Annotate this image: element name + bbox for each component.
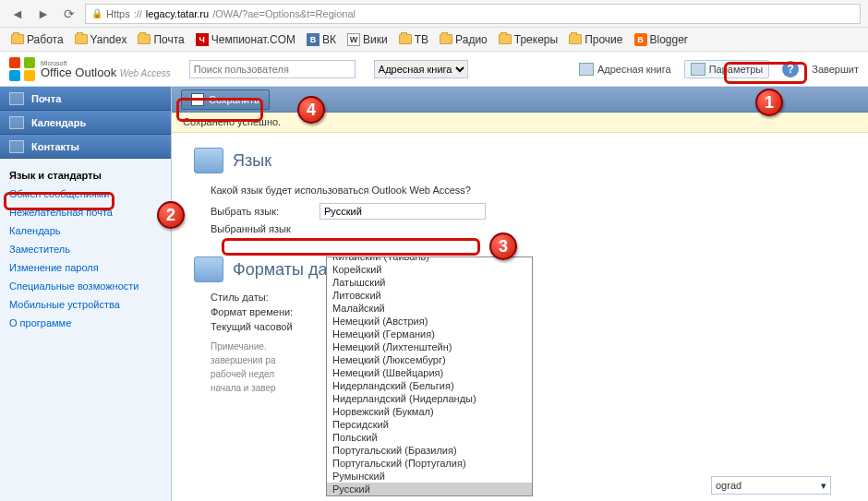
- bookmarks-bar: РаботаYandexПочтаЧЧемпионат.COMBВКWВикиТ…: [0, 28, 868, 52]
- sidebar-nav-label: Календарь: [31, 117, 86, 128]
- dropdown-item[interactable]: Персидский: [327, 418, 532, 431]
- chosen-language-row: Выбранный язык: [211, 223, 846, 234]
- dropdown-item[interactable]: Нидерландский (Нидерланды): [327, 392, 532, 405]
- status-message: Сохранено успешно.: [172, 113, 868, 133]
- logo-outlook: Office Outlook Web Access: [41, 66, 171, 78]
- sidebar-nav-label: Контакты: [31, 141, 79, 152]
- bookmark-item[interactable]: Трекеры: [495, 31, 561, 48]
- url-scheme: Https: [106, 8, 130, 19]
- select-language-row: Выбрать язык:: [211, 203, 846, 220]
- bookmark-item[interactable]: BВК: [303, 31, 340, 48]
- sidebar-link[interactable]: Заместитель: [0, 240, 171, 258]
- dropdown-item[interactable]: Немецкий (Швейцария): [327, 366, 532, 379]
- forward-button[interactable]: ►: [33, 4, 54, 24]
- chosen-language-label: Выбранный язык: [211, 223, 312, 234]
- bookmark-item[interactable]: Yandex: [71, 31, 131, 48]
- bookmark-item[interactable]: ЧЧемпионат.COM: [192, 31, 299, 48]
- sidebar-link[interactable]: Обмен сообщениями: [0, 185, 171, 203]
- reload-button[interactable]: ⟳: [59, 4, 79, 24]
- callout-4: 4: [297, 96, 325, 124]
- sidebar-link[interactable]: Мобильные устройства: [0, 295, 171, 314]
- language-select[interactable]: [319, 203, 486, 220]
- callout-3: 3: [489, 233, 517, 260]
- office-icon: [9, 57, 35, 81]
- timezone-label: Текущий часовой: [211, 321, 312, 332]
- bookmark-label: Вики: [363, 33, 388, 46]
- language-dropdown[interactable]: Китайский (Сингапур)Китайский (Тайвань)К…: [326, 256, 533, 496]
- dropdown-item[interactable]: Немецкий (Люксембург): [327, 353, 532, 366]
- champ-icon: Ч: [196, 33, 209, 46]
- sidebar-link[interactable]: Язык и стандарты: [0, 166, 171, 185]
- callout-2: 2: [157, 201, 185, 229]
- folder-icon: [11, 34, 24, 44]
- folder-icon: [138, 34, 151, 44]
- url-path: /OWA/?ae=Options&t=Regional: [212, 8, 356, 19]
- dropdown-item[interactable]: Польский: [327, 431, 532, 444]
- dropdown-item[interactable]: Португальский (Португалия): [327, 457, 532, 470]
- dropdown-item[interactable]: Нидерландский (Бельгия): [327, 379, 532, 392]
- bookmark-item[interactable]: Почта: [134, 31, 187, 48]
- bookmark-item[interactable]: ТВ: [395, 31, 432, 48]
- address-book-select[interactable]: Адресная книга: [374, 60, 468, 78]
- sidebar-link[interactable]: Специальные возможности: [0, 277, 171, 295]
- chevron-down-icon: ▾: [821, 480, 826, 492]
- bookmark-item[interactable]: Работа: [7, 31, 67, 48]
- sidebar-nav-calendar[interactable]: Календарь: [0, 111, 171, 135]
- logout-link[interactable]: Завершит: [812, 64, 859, 75]
- search-user-input[interactable]: [189, 60, 356, 78]
- folder-icon: [569, 34, 582, 44]
- select-language-label: Выбрать язык:: [211, 206, 312, 217]
- sidebar-nav-label: Почта: [31, 93, 61, 104]
- dropdown-item[interactable]: Латышский: [327, 276, 532, 289]
- owa-header-links: Адресная книга Параметры ? Завершит: [579, 60, 859, 78]
- dropdown-item[interactable]: Немецкий (Германия): [327, 328, 532, 340]
- folder-icon: [440, 34, 452, 44]
- dropdown-item[interactable]: Корейский: [327, 263, 532, 276]
- dropdown-item[interactable]: Русский: [327, 483, 532, 495]
- help-icon[interactable]: ?: [782, 61, 799, 78]
- bookmark-label: Blogger: [650, 33, 688, 46]
- dropdown-item[interactable]: Португальский (Бразилия): [327, 444, 532, 457]
- sidebar-link[interactable]: Календарь: [0, 221, 171, 240]
- sidebar-nav-mail[interactable]: Почта: [0, 87, 171, 111]
- bookmark-item[interactable]: BBlogger: [631, 31, 692, 48]
- back-button[interactable]: ◄: [7, 4, 28, 24]
- dropdown-item[interactable]: Малайский: [327, 302, 532, 315]
- address-book-link[interactable]: Адресная книга: [579, 63, 671, 76]
- bookmark-item[interactable]: WВики: [344, 31, 392, 48]
- sidebar-link[interactable]: Нежелательная почта: [0, 203, 171, 221]
- timezone-value: ograd: [716, 480, 741, 491]
- date-style-label: Стиль даты:: [211, 292, 312, 303]
- logout-label: Завершит: [812, 64, 859, 75]
- bookmark-label: Чемпионат.COM: [211, 33, 295, 46]
- owa-logo: Microsoft Office Outlook Web Access: [9, 57, 171, 81]
- calendar-icon: [194, 256, 223, 282]
- timezone-select[interactable]: ograd ▾: [711, 476, 831, 495]
- dropdown-item[interactable]: Немецкий (Лихтенштейн): [327, 340, 532, 353]
- save-label: Сохранить: [209, 94, 259, 105]
- sidebar-nav-contacts[interactable]: Контакты: [0, 135, 171, 159]
- bookmark-label: ТВ: [415, 33, 428, 46]
- dropdown-item[interactable]: Норвежский (Букмал): [327, 405, 532, 418]
- save-button[interactable]: Сохранить: [181, 89, 270, 110]
- dropdown-item[interactable]: Немецкий (Австрия): [327, 315, 532, 328]
- dropdown-item[interactable]: Литовский: [327, 289, 532, 302]
- bookmark-label: Трекеры: [514, 33, 558, 46]
- sidebar-options: Язык и стандартыОбмен сообщениямиНежелат…: [0, 159, 171, 340]
- browser-navbar: ◄ ► ⟳ 🔒 Https :// legacy.tatar.ru /OWA/?…: [0, 0, 868, 28]
- bookmark-item[interactable]: Радио: [436, 31, 491, 48]
- dropdown-item[interactable]: Румынский: [327, 470, 532, 483]
- url-sep: ://: [134, 8, 142, 19]
- sidebar-link[interactable]: О программе: [0, 314, 171, 332]
- address-bar[interactable]: 🔒 Https :// legacy.tatar.ru /OWA/?ae=Opt…: [85, 4, 861, 24]
- blogger-icon: B: [634, 33, 647, 46]
- folder-icon: [499, 34, 512, 44]
- sidebar: ПочтаКалендарьКонтакты Язык и стандартыО…: [0, 87, 172, 501]
- contacts-icon: [9, 140, 24, 153]
- bookmark-label: Прочие: [585, 33, 622, 46]
- parameters-label: Параметры: [709, 64, 764, 75]
- bookmark-label: Работа: [27, 33, 64, 46]
- sidebar-link[interactable]: Изменение пароля: [0, 258, 171, 277]
- parameters-link[interactable]: Параметры: [684, 60, 770, 78]
- bookmark-item[interactable]: Прочие: [565, 31, 626, 48]
